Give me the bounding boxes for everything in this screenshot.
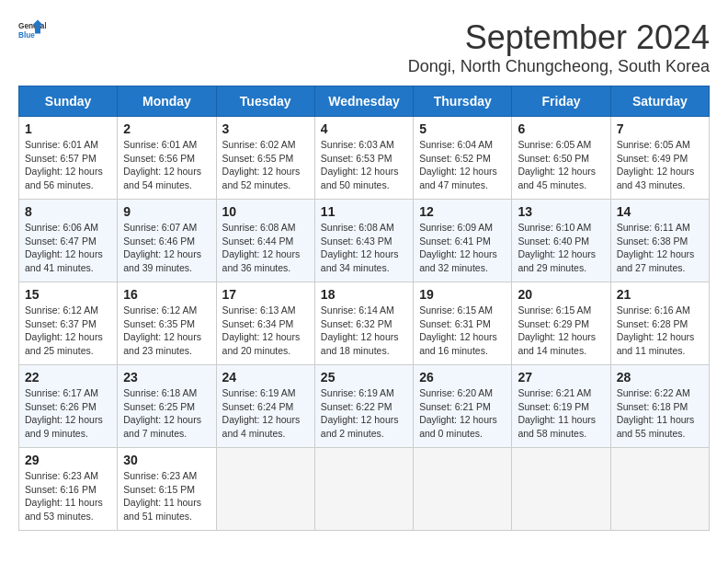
day-number: 18 (321, 287, 407, 302)
column-header-thursday: Thursday (414, 86, 512, 117)
cell-info-line: Sunset: 6:16 PM (25, 483, 111, 497)
cell-info-line: Daylight: 12 hours (419, 330, 506, 344)
cell-info-line: Sunset: 6:34 PM (222, 317, 309, 331)
day-number: 16 (123, 287, 210, 302)
calendar-cell: 21Sunrise: 6:16 AMSunset: 6:28 PMDayligh… (610, 282, 709, 365)
day-number: 22 (25, 370, 111, 385)
calendar-cell: 12Sunrise: 6:09 AMSunset: 6:41 PMDayligh… (414, 200, 512, 282)
cell-info-line: Sunrise: 6:03 AM (321, 138, 407, 152)
cell-info-line: Sunrise: 6:01 AM (25, 138, 111, 152)
cell-info-line: Sunset: 6:26 PM (25, 400, 111, 414)
cell-info-line: Sunset: 6:55 PM (222, 152, 309, 166)
day-number: 6 (518, 121, 604, 136)
cell-info-line: Sunrise: 6:19 AM (321, 386, 407, 400)
calendar-cell: 3Sunrise: 6:02 AMSunset: 6:55 PMDaylight… (216, 117, 314, 200)
cell-info-line: Sunset: 6:50 PM (518, 152, 604, 166)
cell-info-line: Sunrise: 6:16 AM (617, 304, 703, 317)
cell-info-line: Daylight: 12 hours (518, 247, 604, 261)
calendar-cell: 27Sunrise: 6:21 AMSunset: 6:19 PMDayligh… (512, 365, 610, 448)
cell-info-line: Sunrise: 6:18 AM (123, 386, 210, 400)
cell-info-line: Daylight: 12 hours (123, 413, 210, 427)
calendar-cell: 14Sunrise: 6:11 AMSunset: 6:38 PMDayligh… (610, 200, 709, 282)
cell-info-line: Sunrise: 6:21 AM (518, 386, 604, 400)
cell-info-line: Sunset: 6:38 PM (617, 235, 703, 248)
cell-info-line: Sunrise: 6:09 AM (419, 221, 506, 235)
cell-info-line: Sunrise: 6:04 AM (419, 138, 506, 152)
cell-info-line: Sunset: 6:47 PM (25, 235, 111, 248)
day-number: 29 (25, 453, 111, 467)
cell-info-line: Sunset: 6:18 PM (617, 400, 703, 414)
calendar-cell: 13Sunrise: 6:10 AMSunset: 6:40 PMDayligh… (512, 200, 610, 282)
calendar-cell: 19Sunrise: 6:15 AMSunset: 6:31 PMDayligh… (414, 282, 512, 365)
cell-info-line: Sunset: 6:25 PM (123, 400, 210, 414)
logo: General Blue (18, 18, 46, 46)
cell-info-line: Sunset: 6:35 PM (123, 317, 210, 331)
calendar-cell: 18Sunrise: 6:14 AMSunset: 6:32 PMDayligh… (314, 282, 413, 365)
cell-info-line: Sunset: 6:41 PM (419, 235, 506, 248)
title-section: September 2024 Dongi, North Chungcheong,… (408, 18, 710, 76)
cell-info-line: Sunset: 6:56 PM (123, 152, 210, 166)
day-number: 2 (123, 121, 210, 136)
cell-info-line: Sunrise: 6:22 AM (617, 386, 703, 400)
day-number: 17 (222, 287, 309, 302)
cell-info-line: Daylight: 12 hours (123, 330, 210, 344)
calendar-cell: 20Sunrise: 6:15 AMSunset: 6:29 PMDayligh… (512, 282, 610, 365)
column-header-wednesday: Wednesday (314, 86, 413, 117)
day-number: 14 (617, 204, 703, 219)
cell-info-line: Sunrise: 6:01 AM (123, 138, 210, 152)
day-number: 13 (518, 204, 604, 219)
calendar-cell: 8Sunrise: 6:06 AMSunset: 6:47 PMDaylight… (19, 200, 118, 282)
day-number: 28 (617, 370, 703, 385)
cell-info-line: Sunrise: 6:12 AM (123, 304, 210, 317)
cell-info-line: Sunset: 6:46 PM (123, 235, 210, 248)
cell-info-line: Sunrise: 6:23 AM (25, 469, 111, 483)
cell-info-line: Sunrise: 6:08 AM (222, 221, 309, 235)
cell-info-line: Sunrise: 6:15 AM (419, 304, 506, 317)
cell-info-line: Sunrise: 6:19 AM (222, 386, 309, 400)
cell-info-line: Daylight: 12 hours (617, 330, 703, 344)
calendar-cell: 11Sunrise: 6:08 AMSunset: 6:43 PMDayligh… (314, 200, 413, 282)
cell-info-line: Daylight: 12 hours (617, 165, 703, 178)
cell-info-line: and 55 minutes. (617, 427, 703, 441)
cell-info-line: Sunset: 6:44 PM (222, 235, 309, 248)
cell-info-line: Sunset: 6:24 PM (222, 400, 309, 414)
cell-info-line: Sunrise: 6:05 AM (518, 138, 604, 152)
day-number: 9 (123, 204, 210, 219)
cell-info-line: Sunrise: 6:10 AM (518, 221, 604, 235)
day-number: 25 (321, 370, 407, 385)
logo-icon: General Blue (18, 18, 46, 46)
cell-info-line: Sunrise: 6:23 AM (123, 469, 210, 483)
cell-info-line: Daylight: 12 hours (518, 165, 604, 178)
cell-info-line: and 41 minutes. (25, 261, 111, 275)
page-header: General Blue September 2024 Dongi, North… (18, 18, 710, 76)
calendar-cell: 10Sunrise: 6:08 AMSunset: 6:44 PMDayligh… (216, 200, 314, 282)
calendar-cell (216, 448, 314, 531)
column-header-monday: Monday (118, 86, 216, 117)
cell-info-line: Daylight: 12 hours (419, 247, 506, 261)
day-number: 30 (123, 453, 210, 467)
cell-info-line: Sunset: 6:28 PM (617, 317, 703, 331)
cell-info-line: and 20 minutes. (222, 344, 309, 358)
column-header-saturday: Saturday (610, 86, 709, 117)
cell-info-line: Sunrise: 6:20 AM (419, 386, 506, 400)
cell-info-line: Sunset: 6:37 PM (25, 317, 111, 331)
calendar-cell: 7Sunrise: 6:05 AMSunset: 6:49 PMDaylight… (610, 117, 709, 200)
day-number: 4 (321, 121, 407, 136)
cell-info-line: Sunrise: 6:15 AM (518, 304, 604, 317)
calendar-table: SundayMondayTuesdayWednesdayThursdayFrid… (18, 86, 710, 531)
cell-info-line: and 2 minutes. (321, 427, 407, 441)
calendar-cell (512, 448, 610, 531)
calendar-cell (414, 448, 512, 531)
calendar-cell: 1Sunrise: 6:01 AMSunset: 6:57 PMDaylight… (19, 117, 118, 200)
cell-info-line: Daylight: 12 hours (25, 247, 111, 261)
cell-info-line: Daylight: 12 hours (222, 165, 309, 178)
cell-info-line: Daylight: 12 hours (419, 413, 506, 427)
cell-info-line: Sunset: 6:32 PM (321, 317, 407, 331)
cell-info-line: Sunrise: 6:14 AM (321, 304, 407, 317)
day-number: 27 (518, 370, 604, 385)
calendar-cell: 25Sunrise: 6:19 AMSunset: 6:22 PMDayligh… (314, 365, 413, 448)
cell-info-line: and 54 minutes. (123, 178, 210, 192)
cell-info-line: Sunset: 6:22 PM (321, 400, 407, 414)
cell-info-line: Daylight: 12 hours (222, 413, 309, 427)
calendar-cell: 28Sunrise: 6:22 AMSunset: 6:18 PMDayligh… (610, 365, 709, 448)
